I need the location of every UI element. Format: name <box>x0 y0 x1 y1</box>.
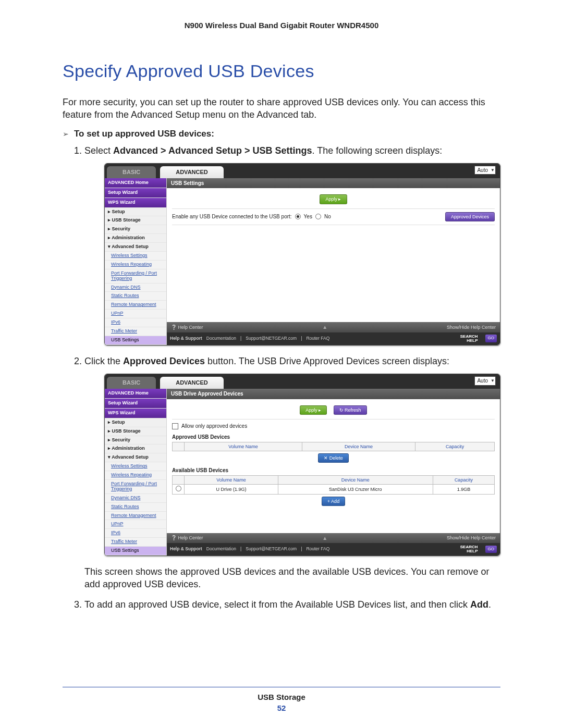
chevron-down-icon: ▼ <box>491 168 495 174</box>
help-strip: ❔ Help Center ▲ Show/Hide Help Center <box>167 533 500 544</box>
language-select[interactable]: Auto ▼ <box>474 166 496 175</box>
chevron-up-icon[interactable]: ▲ <box>322 324 327 331</box>
step2-post: button. The USB Drive Approved Devices s… <box>205 356 449 366</box>
sidebar-remote-management[interactable]: Remote Management <box>105 301 166 310</box>
help-strip: ❔ Help Center ▲ Show/Hide Help Center <box>167 322 500 332</box>
table-row[interactable]: U Drive (1.9G) SanDisk U3 Cruzer Micro 1… <box>173 484 495 494</box>
sidebar-administration[interactable]: ▸ Administration <box>105 445 166 453</box>
sidebar-setup-wizard[interactable]: Setup Wizard <box>105 188 166 198</box>
sidebar-wireless-repeating[interactable]: Wireless Repeating <box>105 471 166 480</box>
help-label: HELP <box>460 549 478 553</box>
tabs-bar: BASIC ADVANCED Auto ▼ <box>105 164 500 178</box>
sidebar-wireless-repeating[interactable]: Wireless Repeating <box>105 261 166 269</box>
help-center-link[interactable]: ❔ Help Center <box>171 535 203 541</box>
sidebar-administration[interactable]: ▸ Administration <box>105 234 166 243</box>
content-pane: USB Drive Approved Devices Apply ▸ ↻ Ref… <box>167 389 500 556</box>
running-head: N900 Wireless Dual Band Gigabit Router W… <box>63 21 500 30</box>
router-faq-link[interactable]: Router FAQ <box>306 546 329 552</box>
step1-bold: Advanced > Advanced Setup > USB Settings <box>113 145 312 156</box>
tab-basic[interactable]: BASIC <box>107 166 156 178</box>
sidebar-setup-wizard[interactable]: Setup Wizard <box>105 399 166 409</box>
content-pane: USB Settings Apply ▸ Enable any USB Devi… <box>167 178 500 345</box>
step-1: Select Advanced > Advanced Setup > USB S… <box>84 144 500 346</box>
col-capacity: Capacity <box>433 475 494 484</box>
row-radio[interactable] <box>176 486 181 491</box>
available-devices-label: Available USB Devices <box>172 467 495 474</box>
sidebar-advanced-setup[interactable]: ▾ Advanced Setup <box>105 243 166 252</box>
task-heading-text: To set up approved USB devices: <box>74 129 214 139</box>
page-number: 52 <box>63 704 500 712</box>
sidebar-wps-wizard[interactable]: WPS Wizard <box>105 409 166 418</box>
triangle-bullet-icon: ➢ <box>63 130 69 138</box>
radio-no[interactable] <box>315 214 321 219</box>
available-devices-table: Volume Name Device Name Capacity U Drive… <box>172 475 495 495</box>
step3-post: . <box>488 599 491 610</box>
sidebar-wireless-settings[interactable]: Wireless Settings <box>105 252 166 261</box>
col-volume: Volume Name <box>185 475 278 484</box>
support-email-link[interactable]: Support@NETGEAR.com <box>246 336 297 341</box>
sidebar-traffic-meter[interactable]: Traffic Meter <box>105 327 166 336</box>
sidebar-advanced-home[interactable]: ADVANCED Home <box>105 389 166 399</box>
sidebar-setup[interactable]: ▸ Setup <box>105 418 166 427</box>
sidebar-security[interactable]: ▸ Security <box>105 225 166 234</box>
language-select-value: Auto <box>477 167 488 173</box>
radio-yes-label: Yes <box>304 213 312 220</box>
sidebar-wireless-settings[interactable]: Wireless Settings <box>105 462 166 471</box>
apply-button[interactable]: Apply ▸ <box>300 405 327 415</box>
sidebar-usb-settings[interactable]: USB Settings <box>105 336 166 345</box>
sidebar-port-forwarding[interactable]: Port Forwarding / Port Triggering <box>105 269 166 283</box>
documentation-link[interactable]: Documentation <box>206 546 236 552</box>
apply-button[interactable]: Apply ▸ <box>320 194 347 204</box>
sidebar-advanced-setup[interactable]: ▾ Advanced Setup <box>105 453 166 462</box>
show-hide-help-link[interactable]: Show/Hide Help Center <box>447 535 496 541</box>
step-3: To add an approved USB device, select it… <box>84 598 500 611</box>
allow-only-checkbox[interactable] <box>172 423 178 429</box>
refresh-button[interactable]: ↻ Refresh <box>334 405 367 415</box>
step2-bold: Approved Devices <box>123 356 205 366</box>
sidebar-dynamic-dns[interactable]: Dynamic DNS <box>105 494 166 503</box>
approved-devices-button[interactable]: Approved Devices <box>445 212 495 221</box>
sidebar-dynamic-dns[interactable]: Dynamic DNS <box>105 283 166 292</box>
tab-advanced[interactable]: ADVANCED <box>160 377 224 389</box>
sidebar: ADVANCED Home Setup Wizard WPS Wizard ▸ … <box>105 389 167 556</box>
go-button[interactable]: GO <box>485 335 497 342</box>
sidebar-wps-wizard[interactable]: WPS Wizard <box>105 198 166 208</box>
sidebar-ipv6[interactable]: IPv6 <box>105 318 166 327</box>
sidebar-ipv6[interactable]: IPv6 <box>105 529 166 538</box>
screenshot-approved-devices: BASIC ADVANCED Auto ▼ ADVANCED Home Setu… <box>104 374 500 556</box>
section-title: Specify Approved USB Devices <box>63 61 500 81</box>
documentation-link[interactable]: Documentation <box>206 336 236 341</box>
sidebar-traffic-meter[interactable]: Traffic Meter <box>105 538 166 547</box>
sidebar-usb-storage[interactable]: ▸ USB Storage <box>105 216 166 225</box>
sidebar: ADVANCED Home Setup Wizard WPS Wizard ▸ … <box>105 178 167 345</box>
delete-button[interactable]: ✕ Delete <box>318 453 349 463</box>
sidebar-security[interactable]: ▸ Security <box>105 436 166 445</box>
sidebar-static-routes[interactable]: Static Routes <box>105 292 166 301</box>
sidebar-port-forwarding[interactable]: Port Forwarding / Port Triggering <box>105 480 166 494</box>
step3-pre: To add an approved USB device, select it… <box>84 599 470 610</box>
tab-basic[interactable]: BASIC <box>107 377 156 389</box>
radio-no-label: No <box>324 213 331 220</box>
add-button[interactable]: + Add <box>322 497 345 506</box>
tab-advanced[interactable]: ADVANCED <box>160 166 224 178</box>
sidebar-upnp[interactable]: UPnP <box>105 310 166 318</box>
show-hide-help-link[interactable]: Show/Hide Help Center <box>447 324 496 330</box>
sidebar-static-routes[interactable]: Static Routes <box>105 503 166 512</box>
tabs-bar: BASIC ADVANCED Auto ▼ <box>105 374 500 389</box>
radio-yes[interactable] <box>295 214 301 219</box>
sidebar-usb-storage[interactable]: ▸ USB Storage <box>105 427 166 436</box>
row-device: SanDisk U3 Cruzer Micro <box>278 484 433 494</box>
sidebar-remote-management[interactable]: Remote Management <box>105 512 166 521</box>
footer-section-label: USB Storage <box>63 693 500 701</box>
language-select[interactable]: Auto ▼ <box>474 376 496 386</box>
sidebar-usb-settings[interactable]: USB Settings <box>105 547 166 556</box>
support-email-link[interactable]: Support@NETGEAR.com <box>246 546 297 552</box>
router-faq-link[interactable]: Router FAQ <box>306 336 329 341</box>
language-select-value: Auto <box>477 378 488 384</box>
chevron-up-icon[interactable]: ▲ <box>322 535 327 542</box>
help-center-link[interactable]: ❔ Help Center <box>171 324 203 330</box>
sidebar-advanced-home[interactable]: ADVANCED Home <box>105 178 166 188</box>
sidebar-setup[interactable]: ▸ Setup <box>105 208 166 217</box>
sidebar-upnp[interactable]: UPnP <box>105 520 166 529</box>
go-button[interactable]: GO <box>485 546 497 553</box>
